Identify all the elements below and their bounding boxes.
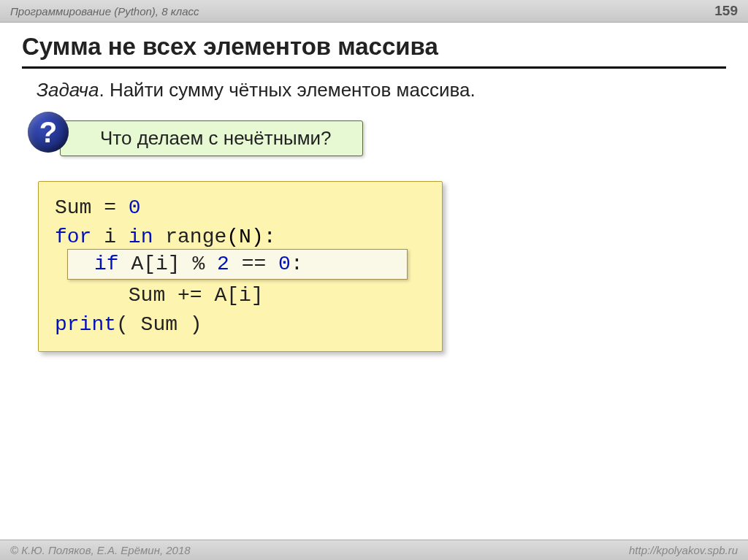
task-line: Задача. Найти сумму чётных элементов мас… xyxy=(37,79,726,101)
task-label: Задача xyxy=(37,79,99,101)
slide-title: Сумма не всех элементов массива xyxy=(22,33,726,69)
code-line-1: Sum = 0 xyxy=(55,193,427,223)
footer-bar: © К.Ю. Поляков, Е.А. Ерёмин, 2018 http:/… xyxy=(0,540,748,560)
question-mark-icon: ? xyxy=(28,112,69,153)
task-text: . Найти сумму чётных элементов массива. xyxy=(99,79,475,101)
code-line-5: print( Sum ) xyxy=(55,310,427,340)
code-highlight-box: if A[i] % 2 == 0: xyxy=(67,249,408,280)
slide-content: Сумма не всех элементов массива Задача. … xyxy=(0,23,748,362)
footer-copyright: © К.Ю. Поляков, Е.А. Ерёмин, 2018 xyxy=(10,544,191,556)
question-box: Что делаем с нечётными? xyxy=(60,120,363,156)
code-block-wrap: Sum = 0 for i in range(N): Sum += A[i] p… xyxy=(38,181,443,352)
code-line-2: for i in range(N): xyxy=(55,223,427,252)
code-line-4: Sum += A[i] xyxy=(55,281,427,310)
header-bar: Программирование (Python), 8 класс 159 xyxy=(0,0,748,23)
footer-url: http://kpolyakov.spb.ru xyxy=(629,544,738,556)
question-callout: ? Что делаем с нечётными? xyxy=(60,120,726,156)
header-breadcrumb: Программирование (Python), 8 класс xyxy=(10,5,199,18)
page-number: 159 xyxy=(714,3,738,19)
